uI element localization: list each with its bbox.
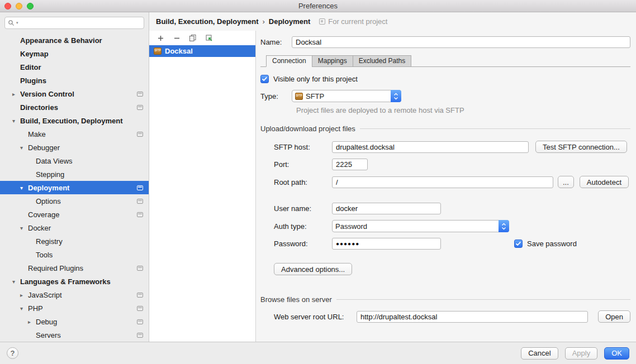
sftp-host-label: SFTP host: bbox=[274, 143, 332, 151]
web-server-root-url-input[interactable] bbox=[357, 311, 588, 323]
combo-arrows-icon bbox=[499, 220, 509, 232]
sidebar-item-label: Appearance & Behavior bbox=[20, 36, 102, 45]
web-server-root-url-label: Web server root URL: bbox=[274, 313, 357, 321]
sidebar-item-directories[interactable]: Directories bbox=[0, 100, 149, 114]
sidebar-item-tools[interactable]: Tools bbox=[0, 248, 149, 261]
current-project-icon bbox=[137, 293, 143, 298]
sidebar-item-required-plugins[interactable]: Required Plugins bbox=[0, 261, 149, 275]
autodetect-button[interactable]: Autodetect bbox=[580, 176, 629, 188]
test-sftp-connection-button[interactable]: Test SFTP connection... bbox=[535, 141, 627, 153]
current-project-icon bbox=[137, 105, 143, 110]
ok-button[interactable]: OK bbox=[604, 347, 629, 360]
current-project-icon bbox=[137, 212, 143, 217]
root-path-input[interactable] bbox=[332, 176, 553, 188]
sidebar-item-data-views[interactable]: Data Views bbox=[0, 154, 149, 167]
chevron-down-icon[interactable]: ▾ bbox=[20, 305, 28, 312]
copy-server-button[interactable] bbox=[188, 33, 197, 42]
advanced-options-button[interactable]: Advanced options... bbox=[274, 263, 352, 275]
sidebar-item-registry[interactable]: Registry bbox=[0, 234, 149, 248]
password-label: Password: bbox=[274, 240, 332, 248]
sidebar-item-javascript[interactable]: ▸JavaScript bbox=[0, 288, 149, 301]
sidebar-item-build-execution-deployment[interactable]: ▾Build, Execution, Deployment bbox=[0, 114, 149, 127]
scope-indicator: For current project bbox=[319, 17, 387, 26]
type-select[interactable]: SFTP SFTP bbox=[292, 90, 401, 102]
chevron-down-icon[interactable]: ▾ bbox=[20, 145, 28, 151]
settings-sidebar: ▾ Appearance & BehaviorKeymapEditorPlugi… bbox=[0, 12, 149, 342]
combo-arrows-icon bbox=[391, 90, 401, 102]
visible-only-label: Visible only for this project bbox=[273, 75, 358, 83]
sidebar-item-keymap[interactable]: Keymap bbox=[0, 47, 149, 60]
sidebar-item-label: Stepping bbox=[36, 170, 64, 179]
add-server-button[interactable] bbox=[156, 33, 165, 42]
sidebar-item-editor[interactable]: Editor bbox=[0, 60, 149, 74]
auth-type-select[interactable]: Password bbox=[332, 220, 509, 232]
save-password-checkbox[interactable] bbox=[514, 240, 523, 248]
chevron-down-icon[interactable]: ▾ bbox=[12, 118, 20, 124]
sidebar-item-make[interactable]: Make bbox=[0, 127, 149, 141]
password-input[interactable] bbox=[332, 238, 441, 250]
tab-excluded-paths[interactable]: Excluded Paths bbox=[353, 55, 411, 67]
section-divider bbox=[336, 299, 630, 300]
remove-server-button[interactable] bbox=[172, 33, 181, 42]
current-project-icon bbox=[137, 185, 143, 190]
paste-server-button[interactable] bbox=[205, 33, 213, 42]
breadcrumb-separator: › bbox=[262, 17, 264, 26]
close-button[interactable] bbox=[4, 3, 11, 9]
chevron-down-icon[interactable]: ▾ bbox=[20, 185, 28, 191]
server-label: Docksal bbox=[165, 47, 193, 55]
visible-only-checkbox[interactable] bbox=[260, 75, 269, 83]
sftp-server-icon: SFTP bbox=[154, 47, 162, 55]
minimize-button[interactable] bbox=[16, 3, 22, 9]
sidebar-item-plugins[interactable]: Plugins bbox=[0, 74, 149, 87]
zoom-button[interactable] bbox=[27, 3, 34, 9]
current-project-icon bbox=[137, 92, 143, 97]
sidebar-item-label: Directories bbox=[20, 103, 58, 112]
sidebar-item-options[interactable]: Options bbox=[0, 194, 149, 208]
user-name-input[interactable] bbox=[332, 203, 441, 214]
breadcrumb-segment[interactable]: Deployment bbox=[269, 17, 310, 26]
chevron-right-icon[interactable]: ▸ bbox=[12, 91, 20, 97]
sidebar-item-docker[interactable]: ▾Docker bbox=[0, 221, 149, 234]
settings-search[interactable]: ▾ bbox=[4, 17, 144, 29]
server-list-item[interactable]: SFTPDocksal bbox=[149, 45, 255, 57]
sidebar-item-deployment[interactable]: ▾Deployment bbox=[0, 181, 149, 194]
sidebar-item-servers[interactable]: Servers bbox=[0, 328, 149, 342]
breadcrumb-segment[interactable]: Build, Execution, Deployment bbox=[156, 17, 258, 26]
name-label: Name: bbox=[260, 38, 292, 46]
sidebar-item-label: Required Plugins bbox=[28, 264, 83, 272]
sidebar-item-stepping[interactable]: Stepping bbox=[0, 167, 149, 181]
chevron-right-icon[interactable]: ▸ bbox=[28, 319, 36, 325]
copy-icon bbox=[189, 34, 197, 42]
tab-connection[interactable]: Connection bbox=[266, 55, 312, 67]
sidebar-item-debugger[interactable]: ▾Debugger bbox=[0, 141, 149, 154]
sftp-host-input[interactable] bbox=[332, 141, 529, 153]
sidebar-item-debug[interactable]: ▸Debug bbox=[0, 315, 149, 328]
titlebar: Preferences bbox=[0, 0, 636, 12]
current-project-icon bbox=[137, 333, 143, 338]
open-url-button[interactable]: Open bbox=[598, 310, 630, 323]
name-input[interactable] bbox=[292, 36, 630, 48]
server-list: SFTPDocksal bbox=[149, 45, 255, 342]
check-icon bbox=[262, 76, 268, 82]
help-button[interactable]: ? bbox=[7, 347, 18, 359]
deployment-settings-panel: Name: ConnectionMappingsExcluded Paths V… bbox=[256, 31, 636, 342]
tab-mappings[interactable]: Mappings bbox=[312, 55, 353, 67]
sidebar-item-appearance-behavior[interactable]: Appearance & Behavior bbox=[0, 33, 149, 47]
check-icon bbox=[515, 241, 521, 246]
cancel-button[interactable]: Cancel bbox=[521, 347, 558, 360]
browse-section-header: Browse files on server bbox=[260, 295, 630, 304]
sidebar-item-label: Plugins bbox=[20, 76, 46, 85]
sidebar-item-version-control[interactable]: ▸Version Control bbox=[0, 87, 149, 100]
search-input[interactable] bbox=[20, 19, 141, 27]
chevron-down-icon[interactable]: ▾ bbox=[20, 225, 28, 231]
chevron-down-icon[interactable]: ▾ bbox=[12, 279, 20, 285]
sidebar-item-languages-frameworks[interactable]: ▾Languages & Frameworks bbox=[0, 275, 149, 288]
sidebar-item-coverage[interactable]: Coverage bbox=[0, 208, 149, 221]
chevron-right-icon[interactable]: ▸ bbox=[20, 292, 28, 298]
sidebar-item-label: PHP bbox=[28, 304, 43, 313]
dialog-footer: ? Cancel Apply OK bbox=[0, 342, 636, 364]
browse-root-path-button[interactable]: ... bbox=[558, 176, 574, 188]
auth-type-value: Password bbox=[335, 222, 367, 231]
port-input[interactable] bbox=[332, 159, 368, 170]
sidebar-item-php[interactable]: ▾PHP bbox=[0, 301, 149, 315]
